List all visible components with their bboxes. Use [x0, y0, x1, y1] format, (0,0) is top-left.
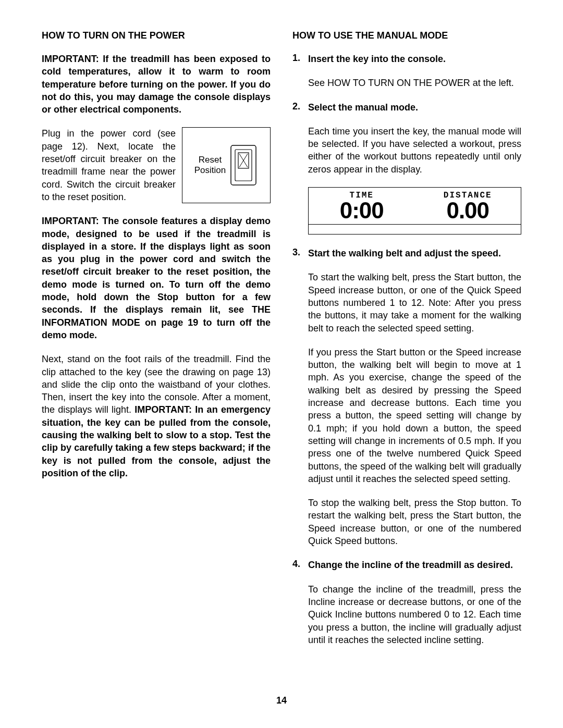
important-cold-warning: IMPORTANT: If the treadmill has been exp…	[42, 53, 271, 116]
distance-cell: DISTANCE 0.00	[415, 188, 521, 224]
left-column: HOW TO TURN ON THE POWER IMPORTANT: If t…	[42, 30, 271, 658]
right-column: HOW TO USE THE MANUAL MODE Insert the ke…	[292, 30, 521, 658]
svg-rect-0	[231, 145, 256, 185]
page-number: 14	[0, 695, 563, 706]
time-cell: TIME 0:00	[309, 188, 415, 224]
step-3: Start the walking belt and adjust the sp…	[292, 247, 521, 547]
circuit-breaker-icon	[229, 144, 258, 186]
step-1: Insert the key into the console. See HOW…	[292, 53, 521, 90]
console-display-figure: TIME 0:00 DISTANCE 0.00	[308, 187, 521, 235]
step-4: Change the incline of the treadmill as d…	[292, 559, 521, 646]
reset-label: Reset Position	[194, 155, 226, 176]
step-2: Select the manual mode. Each time you in…	[292, 101, 521, 235]
right-heading: HOW TO USE THE MANUAL MODE	[292, 30, 521, 41]
manual-mode-steps: Insert the key into the console. See HOW…	[292, 53, 521, 646]
reset-figure-row: Plug in the power cord (see page 12). Ne…	[42, 127, 271, 203]
manual-page: HOW TO TURN ON THE POWER IMPORTANT: If t…	[0, 0, 563, 728]
left-heading: HOW TO TURN ON THE POWER	[42, 30, 271, 41]
important-demo-mode: IMPORTANT: The console features a displa…	[42, 215, 271, 341]
key-clip-paragraph: Next, stand on the foot rails of the tre…	[42, 353, 271, 479]
svg-rect-1	[235, 150, 252, 181]
plug-in-text: Plug in the power cord (see page 12). Ne…	[42, 127, 176, 203]
reset-position-figure: Reset Position	[182, 127, 271, 203]
